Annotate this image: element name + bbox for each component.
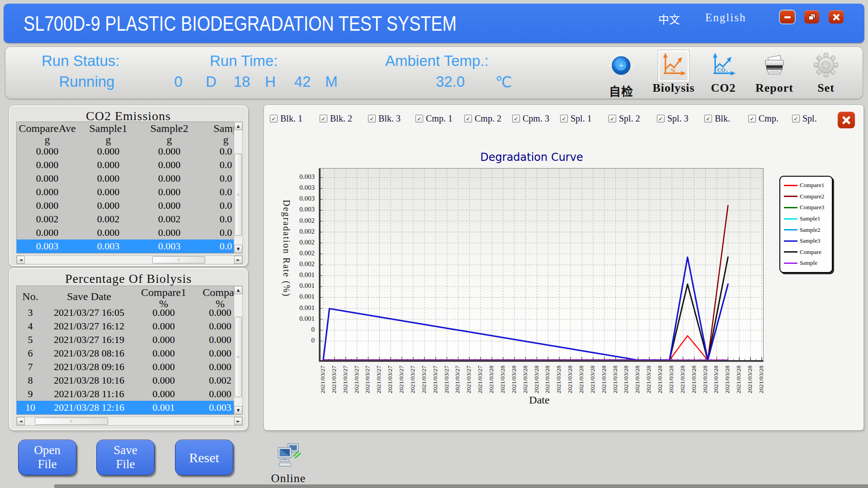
nav-item-biolysis[interactable]: %Biolysis xyxy=(647,52,700,95)
series-checkbox-spl2[interactable]: ✓Spl. 2 xyxy=(609,113,640,124)
scroll-thumb[interactable]: ≡ xyxy=(152,256,205,263)
table-row[interactable]: 102021/03/28 12:160.0010.003 xyxy=(17,401,234,414)
biolysis-table: No.Save DateCompare1%Compar%32021/03/27 … xyxy=(16,286,234,415)
network-computer-icon xyxy=(275,442,302,470)
table-cell: 0.000 xyxy=(78,145,139,157)
scroll-down-button[interactable]: ▼ xyxy=(234,245,242,253)
table-row[interactable]: 62021/03/28 08:160.0000.000 xyxy=(17,347,234,360)
horizontal-scrollbar[interactable]: ◄ ► ≡ xyxy=(16,255,243,264)
checkbox-label: Cmp. 1 xyxy=(426,113,453,124)
restore-icon xyxy=(807,13,816,22)
series-checkbox-cpm3[interactable]: ✓Cpm. 3 xyxy=(512,113,549,124)
table-row[interactable]: 0.0000.0000.0000.0 xyxy=(17,172,234,185)
table-cell: 0.000 xyxy=(17,186,78,198)
checkbox-icon: ✓ xyxy=(464,115,472,122)
vertical-scrollbar[interactable]: ▲ ▼ ≡ xyxy=(234,286,243,415)
lang-english-button[interactable]: English xyxy=(705,11,746,24)
checkbox-label: Blk. xyxy=(715,113,730,124)
table-row[interactable]: 0.0030.0030.0030.0 xyxy=(17,239,234,253)
nav-item-自检[interactable]: 自检 xyxy=(595,52,647,99)
table-cell: 7 xyxy=(17,361,44,373)
x-tick-label: 2021/03/28 xyxy=(623,366,630,415)
series-checkbox-cmp2[interactable]: ✓Cmp. 2 xyxy=(464,113,501,124)
table-cell: 0.000 xyxy=(134,375,193,386)
x-tick-label: 2021/03/27 xyxy=(465,366,472,415)
table-cell: 0.000 xyxy=(193,334,234,346)
scroll-left-button[interactable]: ◄ xyxy=(17,417,25,425)
table-row[interactable]: 0.0020.0020.0020.0 xyxy=(17,212,234,226)
x-tick-label: 2021/03/28 xyxy=(600,366,608,415)
legend-entry: Sample3 xyxy=(784,235,832,247)
nav-item-co2[interactable]: CO 2CO2 xyxy=(697,52,750,95)
column-header: Sample1g xyxy=(78,123,139,145)
horizontal-scrollbar[interactable]: ◄ ► ≡ xyxy=(16,417,243,426)
scroll-down-button[interactable]: ▼ xyxy=(234,406,242,414)
table-cell: 0.000 xyxy=(139,159,200,171)
scroll-right-button[interactable]: ► xyxy=(234,417,242,425)
x-axis-label: Date xyxy=(483,394,596,406)
table-row[interactable]: 0.0000.0000.0000.0 xyxy=(17,145,234,158)
series-checkbox-spl1[interactable]: ✓Spl. 1 xyxy=(560,113,592,124)
lang-chinese-button[interactable]: 中文 xyxy=(658,11,680,27)
series-checkbox-cmp[interactable]: ✓Cmp. xyxy=(748,113,778,124)
minimize-button[interactable] xyxy=(780,10,795,23)
table-row[interactable]: 32021/03/27 16:050.0000.000 xyxy=(17,306,234,319)
table-cell: 0.000 xyxy=(134,307,193,319)
nav-item-label: Biolysis xyxy=(647,81,700,95)
scroll-thumb[interactable]: ≡ xyxy=(35,418,108,425)
table-cell: 0.000 xyxy=(17,227,78,239)
scroll-up-button[interactable]: ▲ xyxy=(234,286,242,294)
run-time-part: 0 xyxy=(166,73,191,90)
table-cell: 0.003 xyxy=(139,240,200,252)
online-label: Online xyxy=(270,472,307,485)
table-cell: 0.0 xyxy=(200,200,234,211)
series-checkbox-spl[interactable]: ✓Spl. xyxy=(792,113,817,124)
series-checkbox-blk1[interactable]: ✓Blk. 1 xyxy=(270,113,302,124)
biolysis-percentage-panel: Percentage Of Biolysis No.Save DateCompa… xyxy=(9,268,248,430)
series-checkbox-blk[interactable]: ✓Blk. xyxy=(704,113,730,124)
chart-close-button[interactable] xyxy=(838,112,855,128)
x-tick-label: 2021/03/27 xyxy=(319,366,326,415)
scroll-left-button[interactable]: ◄ xyxy=(17,256,25,264)
table-row[interactable]: 42021/03/27 16:120.0000.000 xyxy=(17,319,234,333)
x-tick-label: 2021/03/27 xyxy=(476,366,484,415)
table-row[interactable]: 0.0000.0000.0000.0 xyxy=(17,158,234,172)
scroll-thumb[interactable]: ≡ xyxy=(235,154,242,236)
series-checkbox-cmp1[interactable]: ✓Cmp. 1 xyxy=(415,113,453,124)
table-cell: 0.000 xyxy=(78,200,139,211)
series-checkbox-blk2[interactable]: ✓Blk. 2 xyxy=(320,113,352,124)
series-checkbox-spl3[interactable]: ✓Spl. 3 xyxy=(657,113,689,124)
ambient-temp-value: 32.0 xyxy=(420,73,480,90)
vertical-scrollbar[interactable]: ▲ ▼ ≡ xyxy=(234,122,243,253)
table-row[interactable]: 52021/03/27 16:190.0000.000 xyxy=(17,333,234,347)
x-tick-label: 2021/03/28 xyxy=(758,366,765,415)
ambient-temp-unit: ℃ xyxy=(490,73,517,91)
reset-button[interactable]: Reset xyxy=(175,440,233,475)
table-row[interactable]: 82021/03/28 10:160.0000.002 xyxy=(17,374,234,387)
y-tick-label: 0 xyxy=(282,326,315,333)
table-row[interactable]: 92021/03/28 11:160.0000.000 xyxy=(17,387,234,401)
x-tick-label: 2021/03/27 xyxy=(330,366,338,415)
y-tick-label: 0.002 xyxy=(282,260,315,268)
legend-entry: Compare xyxy=(784,247,832,258)
save-file-button[interactable]: SaveFile xyxy=(96,440,155,475)
close-button[interactable] xyxy=(829,10,844,23)
series-checkbox-blk3[interactable]: ✓Blk. 3 xyxy=(368,113,401,124)
scroll-right-button[interactable]: ► xyxy=(234,256,242,264)
scroll-up-button[interactable]: ▲ xyxy=(234,122,242,130)
column-header: Sampg xyxy=(200,123,234,145)
open-file-button[interactable]: OpenFile xyxy=(18,440,76,475)
nav-item-set[interactable]: Set xyxy=(800,52,852,95)
run-time-label: Run Time: xyxy=(210,52,278,70)
online-status[interactable]: Online xyxy=(270,442,307,485)
table-row[interactable]: 0.0000.0000.0000.0 xyxy=(17,226,234,239)
nav-item-report[interactable]: Report xyxy=(748,52,801,95)
y-tick-label: 0.001 xyxy=(282,293,315,300)
maximize-button[interactable] xyxy=(804,10,819,23)
legend-entry: Compare3 xyxy=(784,202,832,213)
table-row[interactable]: 0.0000.0000.0000.0 xyxy=(17,199,234,212)
table-cell: 0.000 xyxy=(134,334,193,346)
table-row[interactable]: 72021/03/28 09:160.0000.000 xyxy=(17,360,234,374)
scroll-thumb[interactable]: ≡ xyxy=(235,317,242,397)
table-row[interactable]: 0.0000.0000.0000.0 xyxy=(17,185,234,199)
